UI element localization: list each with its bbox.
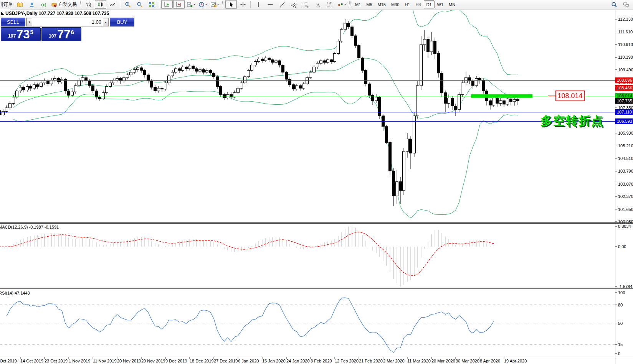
volume-control: ▾ ▴ xyxy=(26,18,109,26)
dropdown-caret-icon[interactable]: ▾ xyxy=(217,3,219,6)
marketwatch-book-icon[interactable] xyxy=(14,0,26,9)
candle-body xyxy=(33,85,36,88)
tf-button-H4[interactable]: H4 xyxy=(413,0,423,8)
dropdown-caret-icon[interactable]: ▾ xyxy=(205,3,207,6)
annotation-text[interactable]: 多空转折点多空转折点 xyxy=(540,114,605,128)
candle-body xyxy=(213,73,215,77)
bar-chart-icon xyxy=(86,2,92,8)
signal-icon[interactable] xyxy=(38,0,50,9)
chat-button[interactable] xyxy=(620,0,632,9)
account-cloud-icon[interactable] xyxy=(26,0,38,9)
text-button[interactable]: A xyxy=(312,0,324,9)
candle-body xyxy=(434,41,436,53)
candle-body xyxy=(185,67,188,69)
zoom-out-button[interactable] xyxy=(134,0,145,9)
candle-body xyxy=(437,54,440,73)
tile-windows-button[interactable] xyxy=(146,0,157,9)
candle-body xyxy=(503,101,506,104)
svg-text:E: E xyxy=(295,5,296,8)
thick-support-bar[interactable] xyxy=(471,94,532,98)
label-button[interactable]: T xyxy=(324,0,336,9)
horizontal-line-button[interactable] xyxy=(264,0,276,9)
autotrading-button[interactable]: 自动交易 xyxy=(50,0,78,9)
zoom-in-button[interactable] xyxy=(122,0,134,9)
tf-button-M15[interactable]: M15 xyxy=(375,0,388,8)
date-tick-label: 15 Jan 2020 xyxy=(262,359,286,363)
candle-body xyxy=(126,75,129,77)
trendline-button[interactable] xyxy=(276,0,288,9)
sell-price-display[interactable]: 107735 xyxy=(1,27,41,41)
buy-button[interactable]: BUY xyxy=(110,18,134,26)
candle-body xyxy=(458,94,461,109)
candle-body xyxy=(420,44,423,86)
arrows-button[interactable]: ▾ xyxy=(336,0,347,9)
vertical-line-button[interactable] xyxy=(253,0,264,9)
toolbar-grip[interactable] xyxy=(349,1,350,8)
candle-body xyxy=(489,101,492,105)
auto-scroll-icon xyxy=(164,2,170,8)
candle-body xyxy=(451,98,454,106)
candle-body xyxy=(64,79,67,91)
candle-body xyxy=(119,79,122,81)
tf-button-W1[interactable]: W1 xyxy=(435,0,446,8)
price-badge-label: 108.014 xyxy=(617,94,632,98)
price-tick-label: 110.190 xyxy=(618,55,633,59)
candle-body xyxy=(130,72,132,75)
channel-icon: E xyxy=(291,2,297,8)
candle-body xyxy=(5,108,8,111)
candle-body xyxy=(244,77,246,83)
templates-button[interactable]: ▾ xyxy=(209,0,220,9)
timeframe-group: M1M5M15M30H1H4D1W1MN xyxy=(352,0,458,8)
buy-price-sup: 6 xyxy=(71,29,74,35)
zoom-in-icon xyxy=(125,2,131,8)
buy-price-display[interactable]: 107776 xyxy=(41,27,81,41)
candle-body xyxy=(313,67,316,72)
tf-button-MN[interactable]: MN xyxy=(446,0,458,8)
crosshair-button[interactable] xyxy=(237,0,249,9)
date-tick-label: 18 Dec 2019 xyxy=(190,359,213,363)
rsi-axis-label: 80 xyxy=(618,303,623,307)
periods-icon xyxy=(198,2,205,8)
chart-shift-icon xyxy=(176,2,182,8)
line-chart-button[interactable] xyxy=(107,0,118,9)
toolbar-grip[interactable] xyxy=(80,1,81,8)
dropdown-caret-icon[interactable]: ▾ xyxy=(344,3,346,6)
price-tick-label: 103.790 xyxy=(618,169,633,173)
price-badge-label: 108.466 xyxy=(617,86,632,90)
tf-button-M5[interactable]: M5 xyxy=(364,0,375,8)
chart-canvas[interactable]: 108.014多空转折点多空转折点112.330111.610110.91011… xyxy=(0,10,633,364)
bar-chart-button[interactable] xyxy=(83,0,94,9)
candle-body xyxy=(510,99,512,102)
tf-button-M30[interactable]: M30 xyxy=(388,0,402,8)
auto-scroll-button[interactable] xyxy=(161,0,173,9)
toolbar-grip[interactable] xyxy=(222,1,223,8)
date-tick-label: 11 Mar 2020 xyxy=(407,359,431,363)
volume-decrease-button[interactable]: ▾ xyxy=(26,18,32,26)
chart-shift-button[interactable] xyxy=(173,0,185,9)
periods-button[interactable]: ▾ xyxy=(197,0,208,9)
fibonacci-button[interactable]: F xyxy=(300,0,312,9)
tf-button-D1[interactable]: D1 xyxy=(424,0,435,8)
candle-body xyxy=(302,84,305,88)
volume-input[interactable] xyxy=(32,18,103,26)
candle-body xyxy=(378,97,381,116)
toolbar-separator xyxy=(250,1,251,8)
candle-body xyxy=(140,68,143,71)
candle-body xyxy=(175,69,177,72)
candle-body xyxy=(406,139,409,151)
cursor-button[interactable] xyxy=(225,0,237,9)
channel-button[interactable]: E xyxy=(288,0,300,9)
tf-button-H1[interactable]: H1 xyxy=(402,0,413,8)
sell-price-sup: 5 xyxy=(30,29,33,35)
volume-increase-button[interactable]: ▴ xyxy=(103,18,109,26)
tf-button-M1[interactable]: M1 xyxy=(352,0,364,8)
indicators-button[interactable]: ▾ xyxy=(185,0,197,9)
new-order-button[interactable]: 新订单 xyxy=(1,0,14,9)
candle-body xyxy=(344,23,347,30)
candle-body xyxy=(40,83,43,86)
search-button[interactable] xyxy=(608,0,620,9)
sell-button[interactable]: SELL xyxy=(1,18,25,26)
dropdown-caret-icon[interactable]: ▾ xyxy=(193,3,195,6)
trendline-icon xyxy=(279,2,285,8)
candlestick-chart-button[interactable] xyxy=(95,0,106,9)
